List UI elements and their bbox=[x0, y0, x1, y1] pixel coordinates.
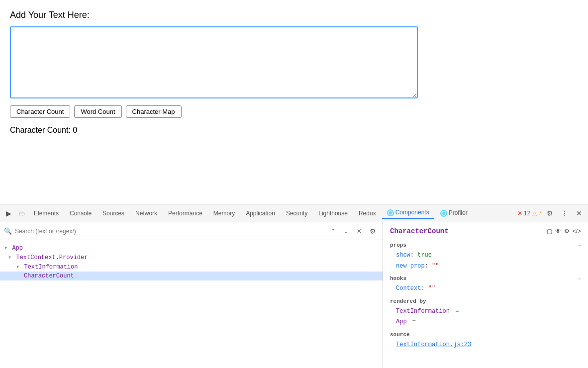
warn-badge[interactable]: △ 7 bbox=[532, 210, 542, 217]
search-close-icon[interactable]: ✕ bbox=[354, 227, 364, 236]
character-map-button[interactable]: Character Map bbox=[126, 105, 182, 118]
selected-component-title: CharacterCount ▢ 👁 ⚙ </> bbox=[390, 227, 581, 235]
suspend-icon[interactable]: ▢ bbox=[547, 228, 552, 235]
device-toolbar-icon[interactable]: ▭ bbox=[15, 207, 28, 219]
rendered-by-section-header: rendered by bbox=[390, 298, 581, 304]
prop-show-value: true bbox=[417, 252, 432, 259]
devtools-panel: ▶ ▭ Elements Console Sources Network Per… bbox=[0, 204, 588, 368]
rendered-by-app[interactable]: App = bbox=[390, 317, 581, 328]
prop-newprop-value: "" bbox=[432, 263, 439, 270]
tab-lighthouse[interactable]: Lighthouse bbox=[313, 208, 353, 219]
tab-console[interactable]: Console bbox=[65, 208, 97, 219]
tree-label-charactercount: CharacterCount bbox=[24, 273, 74, 279]
search-icon: 🔍 bbox=[4, 227, 12, 235]
view-source-icon[interactable]: </> bbox=[573, 228, 581, 235]
character-count-button[interactable]: Character Count bbox=[10, 105, 70, 118]
props-section-header: props ⎓ bbox=[390, 242, 581, 248]
react-profiler-icon bbox=[440, 210, 447, 217]
tab-performance[interactable]: Performance bbox=[163, 208, 207, 219]
props-panel: CharacterCount ▢ 👁 ⚙ </> props ⎓ show: t… bbox=[383, 222, 588, 368]
search-bar: 🔍 ⌃ ⌄ ✕ ⚙ bbox=[0, 222, 383, 240]
source-section-header: source bbox=[390, 332, 581, 338]
props-label: props bbox=[390, 242, 406, 248]
copy-hooks-icon[interactable]: ⎓ bbox=[578, 276, 581, 281]
tab-elements[interactable]: Elements bbox=[29, 208, 64, 219]
tree-item-textcontext-provider[interactable]: ▾ TextContext.Provider bbox=[0, 253, 383, 262]
tab-redux[interactable]: Redux bbox=[354, 208, 381, 219]
inspect-element-icon[interactable]: ▶ bbox=[3, 207, 14, 219]
source-label: source bbox=[390, 332, 410, 338]
rendered-by-textinformation[interactable]: TextInformation = bbox=[390, 306, 581, 317]
close-devtools-icon[interactable]: ✕ bbox=[573, 207, 585, 219]
error-badge[interactable]: ✕ 12 bbox=[517, 210, 530, 217]
app-label: Add Your Text Here: bbox=[10, 10, 578, 20]
tab-profiler[interactable]: Profiler bbox=[435, 207, 473, 219]
component-tree-panel: 🔍 ⌃ ⌄ ✕ ⚙ ▾ App ▾ TextContext.Provider ▾… bbox=[0, 222, 383, 368]
tab-security[interactable]: Security bbox=[281, 208, 312, 219]
component-name: CharacterCount bbox=[390, 227, 449, 235]
tree-arrow-2: ▾ bbox=[8, 254, 15, 261]
prop-show: show: true bbox=[390, 250, 581, 261]
prop-newprop-key: new prop bbox=[396, 263, 425, 270]
right-panel-icons: ▢ 👁 ⚙ </> bbox=[547, 228, 581, 235]
tab-network[interactable]: Network bbox=[130, 208, 162, 219]
text-input[interactable] bbox=[10, 26, 418, 98]
result-display: Character Count: 0 bbox=[10, 126, 578, 135]
search-input[interactable] bbox=[15, 228, 325, 235]
source-file-link[interactable]: TextInformation.js:23 bbox=[390, 340, 581, 351]
warn-count: 7 bbox=[538, 210, 542, 217]
tab-sources[interactable]: Sources bbox=[98, 208, 129, 219]
more-options-icon[interactable]: ⋮ bbox=[558, 207, 571, 219]
tree-label-app: App bbox=[12, 245, 23, 252]
log-data-icon[interactable]: ⚙ bbox=[564, 228, 570, 235]
devtools-body: 🔍 ⌃ ⌄ ✕ ⚙ ▾ App ▾ TextContext.Provider ▾… bbox=[0, 222, 588, 368]
error-count: 12 bbox=[524, 210, 530, 217]
tab-components[interactable]: Components bbox=[382, 207, 434, 219]
prop-new-prop: new prop: "" bbox=[390, 261, 581, 272]
inspect-dom-icon[interactable]: 👁 bbox=[555, 228, 561, 235]
error-icon: ✕ bbox=[517, 210, 522, 217]
copy-props-icon[interactable]: ⎓ bbox=[578, 243, 581, 248]
tree-label-textcontext-provider: TextContext.Provider bbox=[16, 254, 88, 261]
component-tree: ▾ App ▾ TextContext.Provider ▾ TextInfor… bbox=[0, 240, 383, 368]
react-components-icon bbox=[387, 209, 394, 216]
hook-context: Context: "" bbox=[390, 283, 581, 294]
tree-item-charactercount[interactable]: CharacterCount bbox=[0, 272, 383, 280]
devtools-tabbar: ▶ ▭ Elements Console Sources Network Per… bbox=[0, 204, 588, 222]
tree-arrow-3: ▾ bbox=[16, 264, 23, 271]
word-count-button[interactable]: Word Count bbox=[74, 105, 121, 118]
rendered-by-label: rendered by bbox=[390, 298, 426, 304]
tab-application[interactable]: Application bbox=[241, 208, 280, 219]
search-settings-icon[interactable]: ⚙ bbox=[367, 226, 379, 236]
tree-item-app[interactable]: ▾ App bbox=[0, 243, 383, 253]
warn-icon: △ bbox=[532, 210, 537, 217]
search-next-icon[interactable]: ⌄ bbox=[341, 227, 351, 236]
tab-memory[interactable]: Memory bbox=[208, 208, 240, 219]
hook-context-value: "" bbox=[428, 285, 435, 292]
tree-label-textinformation: TextInformation bbox=[24, 264, 78, 271]
arrow-icon-2: = bbox=[412, 318, 416, 325]
arrow-icon: = bbox=[455, 308, 459, 315]
settings-icon[interactable]: ⚙ bbox=[544, 207, 556, 219]
hooks-section-header: hooks ⎓ bbox=[390, 276, 581, 281]
hooks-label: hooks bbox=[390, 276, 406, 281]
search-prev-icon[interactable]: ⌃ bbox=[328, 227, 338, 236]
tree-arrow: ▾ bbox=[4, 245, 11, 252]
hook-context-key: Context bbox=[396, 285, 421, 292]
prop-show-key: show bbox=[396, 252, 410, 259]
devtools-right-icons: ✕ 12 △ 7 ⚙ ⋮ ✕ bbox=[517, 207, 585, 219]
tree-item-textinformation[interactable]: ▾ TextInformation bbox=[0, 262, 383, 272]
